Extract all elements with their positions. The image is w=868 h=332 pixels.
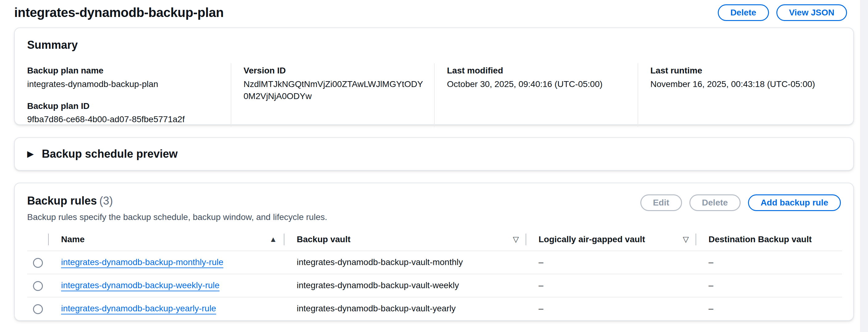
backup-vault-cell: integrates-dynamodb-backup-vault-weekly xyxy=(284,274,526,297)
backup-rules-card: Backup rules(3) Backup rules specify the… xyxy=(14,183,854,321)
air-gapped-vault-cell: – xyxy=(526,274,696,297)
column-header-label: Backup vault xyxy=(297,233,350,245)
summary-column-1: Backup plan name integrates-dynamodb-bac… xyxy=(27,63,231,127)
page-header: integrates-dynamodb-backup-plan Delete V… xyxy=(0,0,868,20)
scrollbar-gutter[interactable] xyxy=(860,0,868,332)
row-radio-button[interactable] xyxy=(33,258,43,268)
page-title: integrates-dynamodb-backup-plan xyxy=(14,4,224,22)
backup-vault-cell: integrates-dynamodb-backup-vault-yearly xyxy=(284,297,526,320)
rule-name-link[interactable]: integrates-dynamodb-backup-weekly-rule xyxy=(61,280,220,290)
summary-column-2: Version ID NzdlMTJkNGQtNmVjZi00ZTAwLWJlM… xyxy=(231,63,434,127)
table-header-row: Name ▲ Backup vault ▽ Lo xyxy=(27,228,842,251)
backup-rules-heading-text: Backup rules xyxy=(27,194,97,207)
sortable-icon[interactable]: ▽ xyxy=(683,235,689,243)
backup-plan-name-field: Backup plan name integrates-dynamodb-bac… xyxy=(27,64,221,90)
backup-schedule-preview-heading: Backup schedule preview xyxy=(42,146,178,162)
field-label: Last modified xyxy=(447,64,628,77)
last-runtime-field: Last runtime November 16, 2025, 00:43:18… xyxy=(651,64,832,90)
column-header-label: Name xyxy=(61,233,85,245)
delete-plan-button[interactable]: Delete xyxy=(718,4,769,21)
backup-rules-titles: Backup rules(3) Backup rules specify the… xyxy=(27,193,327,223)
column-header-backup-vault[interactable]: Backup vault ▽ xyxy=(284,228,526,251)
expand-caret-icon: ▶ xyxy=(27,150,34,158)
field-value: NzdlMTJkNGQtNmVjZi00ZTAwLWJlMGYtODY0M2Vj… xyxy=(244,78,425,102)
field-label: Version ID xyxy=(244,64,425,77)
field-value: October 30, 2025, 09:40:16 (UTC-05:00) xyxy=(447,78,628,90)
table-row: integrates-dynamodb-backup-weekly-rule i… xyxy=(27,274,842,297)
summary-heading: Summary xyxy=(27,37,841,53)
summary-grid: Backup plan name integrates-dynamodb-bac… xyxy=(27,63,841,127)
summary-column-3: Last modified October 30, 2025, 09:40:16… xyxy=(434,63,638,127)
backup-rules-heading: Backup rules(3) xyxy=(27,193,327,209)
backup-vault-cell: integrates-dynamodb-backup-vault-monthly xyxy=(284,251,526,274)
table-row: integrates-dynamodb-backup-monthly-rule … xyxy=(27,251,842,274)
view-json-button[interactable]: View JSON xyxy=(776,4,847,21)
field-label: Last runtime xyxy=(651,64,832,77)
column-header-destination-vault: Destination Backup vault xyxy=(696,228,842,251)
column-header-label: Destination Backup vault xyxy=(709,233,812,245)
page-actions: Delete View JSON xyxy=(718,4,847,21)
column-header-name[interactable]: Name ▲ xyxy=(49,228,284,251)
add-backup-rule-button[interactable]: Add backup rule xyxy=(748,194,841,211)
backup-rules-description: Backup rules specify the backup schedule… xyxy=(27,211,327,223)
backup-plan-id-field: Backup plan ID 9fba7d86-ce68-4b00-ad07-8… xyxy=(27,100,221,125)
summary-card: Summary Backup plan name integrates-dyna… xyxy=(14,27,854,125)
last-modified-field: Last modified October 30, 2025, 09:40:16… xyxy=(447,64,628,90)
field-value: integrates-dynamodb-backup-plan xyxy=(27,78,221,90)
backup-rules-actions: Edit Delete Add backup rule xyxy=(640,193,841,211)
backup-plan-detail-page: integrates-dynamodb-backup-plan Delete V… xyxy=(0,0,868,321)
field-value: 9fba7d86-ce68-4b00-ad07-85fbe5771a2f xyxy=(27,113,221,125)
rule-name-link[interactable]: integrates-dynamodb-backup-monthly-rule xyxy=(61,257,223,267)
destination-vault-cell: – xyxy=(696,274,842,297)
air-gapped-vault-cell: – xyxy=(526,297,696,320)
sort-ascending-icon[interactable]: ▲ xyxy=(269,235,277,243)
destination-vault-cell: – xyxy=(696,297,842,320)
backup-rules-count: (3) xyxy=(99,194,113,207)
backup-rules-table: Name ▲ Backup vault ▽ Lo xyxy=(15,228,853,320)
summary-column-4: Last runtime November 16, 2025, 00:43:18… xyxy=(638,63,841,127)
sortable-icon[interactable]: ▽ xyxy=(513,235,519,243)
backup-schedule-preview-expander[interactable]: ▶ Backup schedule preview xyxy=(14,137,854,171)
version-id-field: Version ID NzdlMTJkNGQtNmVjZi00ZTAwLWJlM… xyxy=(244,64,425,102)
field-value: November 16, 2025, 00:43:18 (UTC-05:00) xyxy=(651,78,832,90)
column-header-air-gapped-vault[interactable]: Logically air-gapped vault ▽ xyxy=(526,228,696,251)
selection-column-header xyxy=(27,228,49,251)
field-label: Backup plan name xyxy=(27,64,221,77)
air-gapped-vault-cell: – xyxy=(526,251,696,274)
row-radio-button[interactable] xyxy=(33,281,43,291)
destination-vault-cell: – xyxy=(696,251,842,274)
field-label: Backup plan ID xyxy=(27,100,221,112)
row-radio-button[interactable] xyxy=(33,304,43,314)
edit-rule-button[interactable]: Edit xyxy=(640,194,682,211)
table-row: integrates-dynamodb-backup-yearly-rule i… xyxy=(27,297,842,320)
delete-rule-button[interactable]: Delete xyxy=(689,194,741,211)
backup-rules-header: Backup rules(3) Backup rules specify the… xyxy=(15,193,853,223)
rule-name-link[interactable]: integrates-dynamodb-backup-yearly-rule xyxy=(61,304,216,313)
column-header-label: Logically air-gapped vault xyxy=(538,233,645,245)
